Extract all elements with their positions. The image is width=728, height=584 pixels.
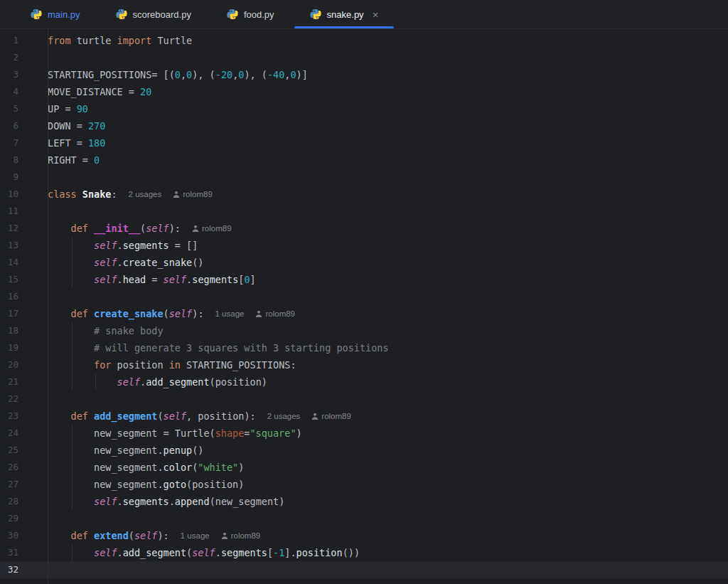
code-text[interactable]: self.head = self.segments[0] [48,271,256,288]
code-text[interactable]: def extend(self): [48,527,169,544]
line-number[interactable]: 27 [0,476,48,493]
tab-label: snake.py [327,9,364,20]
code-line-24: 24 new_segment = Turtle(shape="square") [0,425,728,442]
indent-guide [72,544,73,561]
code-text[interactable]: DOWN = 270 [48,117,105,134]
line-number[interactable]: 20 [0,356,48,373]
code-text[interactable]: LEFT = 180 [48,134,105,152]
line-number[interactable]: 5 [0,100,48,117]
indent-guide [72,425,73,510]
line-number[interactable]: 23 [0,408,48,425]
tab-scoreboard-py[interactable]: scoreboard.py [98,0,209,28]
code-text[interactable]: new_segment.goto(position) [48,476,244,493]
code-text[interactable]: from turtle import Turtle [48,32,192,49]
code-line-9: 9 [0,169,728,186]
line-number[interactable]: 4 [0,83,48,100]
code-line-3: 3STARTING_POSITIONS= [(0,0), (-20,0), (-… [0,66,728,83]
tab-food-py[interactable]: food.py [209,0,292,28]
line-number[interactable]: 18 [0,322,48,339]
gutter-separator [48,29,48,584]
line-number[interactable]: 13 [0,237,48,254]
line-number[interactable]: 1 [0,32,48,49]
code-line-25: 25 new_segment.penup() [0,442,728,459]
code-text[interactable]: RIGHT = 0 [48,152,100,169]
code-line-16: 16 [0,288,728,305]
tab-main-py[interactable]: main.py [13,0,98,28]
code-line-21: 21 self.add_segment(position) [0,373,728,391]
active-tab-underline [294,26,395,28]
usages-inlay-hint[interactable]: 2 usages [267,408,301,425]
code-text[interactable]: self.segments = [] [48,237,198,254]
code-text[interactable]: for position in STARTING_POSITIONS: [48,356,296,373]
code-text[interactable]: UP = 90 [48,100,88,117]
code-text[interactable]: new_segment.penup() [48,442,203,459]
code-line-22: 22 [0,391,728,408]
indent-guide [95,373,96,391]
code-line-17: 17 def create_snake(self):1 usagerolom89 [0,305,728,322]
line-number[interactable]: 12 [0,220,48,237]
line-number[interactable]: 8 [0,152,48,169]
author-inlay-hint[interactable]: rolom89 [255,305,295,322]
code-text[interactable]: # snake body [48,322,164,339]
author-inlay-hint[interactable]: rolom89 [311,408,351,425]
code-line-4: 4MOVE_DISTANCE = 20 [0,83,728,100]
close-icon[interactable]: × [373,9,379,20]
line-number[interactable]: 32 [0,561,48,578]
line-number[interactable]: 2 [0,49,48,66]
author-icon [173,190,183,198]
code-text[interactable]: new_segment = Turtle(shape="square") [48,425,302,442]
code-text[interactable]: self.segments.append(new_segment) [48,493,284,510]
author-icon [221,531,231,540]
tab-snake-py[interactable]: snake.py× [292,0,397,28]
code-text[interactable]: self.add_segment(self.segments[-1].posit… [48,544,360,561]
author-inlay-hint[interactable]: rolom89 [192,220,232,237]
code-text[interactable]: # will generate 3 squares with 3 startin… [48,339,389,356]
code-text[interactable]: def __init__(self): [48,220,181,237]
line-number[interactable]: 29 [0,510,48,527]
code-line-12: 12 def __init__(self):rolom89 [0,220,728,237]
code-text[interactable]: STARTING_POSITIONS= [(0,0), (-20,0), (-4… [48,66,308,83]
usages-inlay-hint[interactable]: 1 usage [215,305,245,322]
code-text[interactable]: def add_segment(self, position): [48,408,256,425]
usages-inlay-hint[interactable]: 1 usage [181,527,210,544]
code-text[interactable]: MOVE_DISTANCE = 20 [48,83,151,100]
line-number[interactable]: 15 [0,271,48,288]
author-inlay-hint[interactable]: rolom89 [221,527,261,544]
line-number[interactable]: 26 [0,459,48,476]
author-inlay-hint[interactable]: rolom89 [173,186,213,203]
line-number[interactable]: 22 [0,391,48,408]
tab-label: food.py [244,9,274,20]
line-number[interactable]: 14 [0,254,48,271]
python-icon [116,9,127,20]
code-editor[interactable]: 1from turtle import Turtle23STARTING_POS… [0,29,728,584]
line-number[interactable]: 9 [0,169,48,186]
line-number[interactable]: 3 [0,66,48,83]
code-text[interactable]: def create_snake(self): [48,305,204,322]
python-icon [310,9,321,20]
line-number[interactable]: 6 [0,117,48,134]
line-number[interactable]: 10 [0,186,48,203]
code-text[interactable]: self.add_segment(position) [48,373,267,391]
line-number[interactable]: 11 [0,203,48,220]
line-number[interactable]: 17 [0,305,48,322]
code-text[interactable]: class Snake: [48,186,117,203]
code-line-18: 18 # snake body [0,322,728,339]
line-number[interactable]: 30 [0,527,48,544]
code-line-1: 1from turtle import Turtle [0,32,728,49]
code-text[interactable]: self.create_snake() [48,254,204,271]
code-line-20: 20 for position in STARTING_POSITIONS: [0,356,728,373]
code-text[interactable]: new_segment.color("white") [48,459,244,476]
code-line-2: 2 [0,49,728,66]
line-number[interactable]: 31 [0,544,48,561]
line-number[interactable]: 21 [0,373,48,391]
tab-label: main.py [48,9,80,20]
line-number[interactable]: 25 [0,442,48,459]
code-line-32: 32 [0,561,728,578]
line-number[interactable]: 7 [0,134,48,152]
code-line-23: 23 def add_segment(self, position):2 usa… [0,408,728,425]
usages-inlay-hint[interactable]: 2 usages [129,186,162,203]
line-number[interactable]: 19 [0,339,48,356]
line-number[interactable]: 24 [0,425,48,442]
line-number[interactable]: 28 [0,493,48,510]
line-number[interactable]: 16 [0,288,48,305]
